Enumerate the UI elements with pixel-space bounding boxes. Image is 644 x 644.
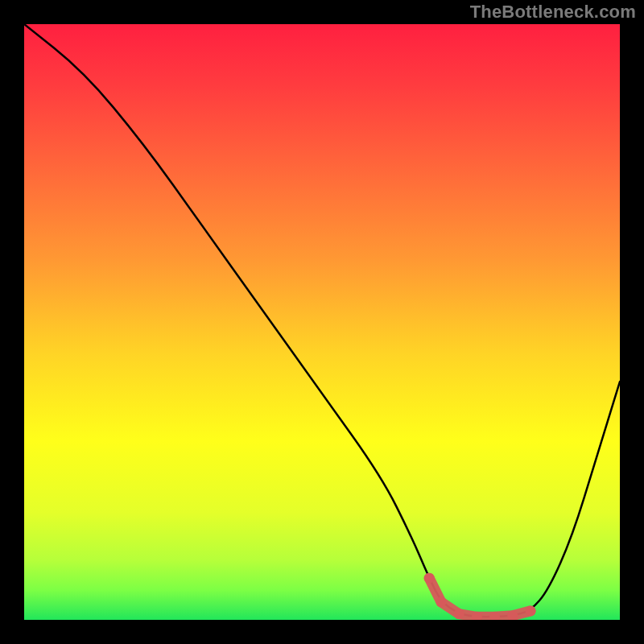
chart-svg xyxy=(24,24,620,620)
optimal-marker xyxy=(526,605,536,616)
watermark-text: TheBottleneck.com xyxy=(470,2,636,23)
gradient-background xyxy=(24,24,620,620)
optimal-marker xyxy=(436,597,447,607)
chart-root: TheBottleneck.com xyxy=(0,0,644,644)
plot-area xyxy=(24,24,620,620)
optimal-marker xyxy=(454,609,464,619)
optimal-marker xyxy=(424,573,435,584)
